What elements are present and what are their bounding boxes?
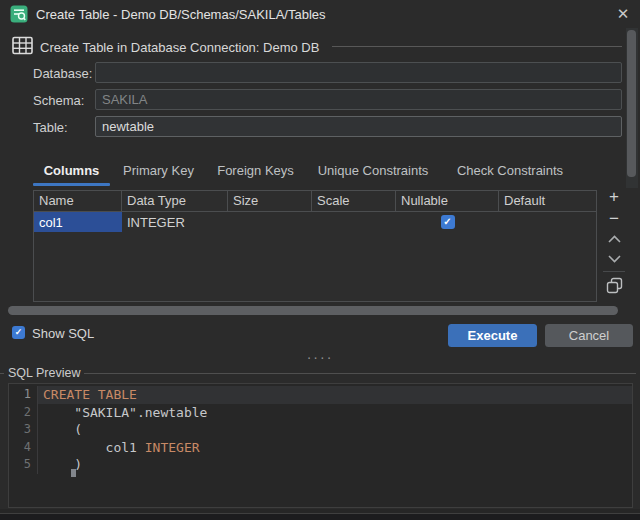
sql-text: )	[43, 457, 82, 472]
col-header-name[interactable]: Name	[34, 191, 122, 211]
line-number: 2	[9, 404, 38, 422]
col-header-size[interactable]: Size	[228, 191, 312, 211]
connection-group-label: Create Table in Database Connection: Dem…	[40, 40, 319, 55]
cell-data-type[interactable]: INTEGER	[122, 212, 228, 232]
move-up-button[interactable]	[604, 229, 624, 249]
copy-icon	[606, 277, 623, 294]
horizontal-scrollbar-thumb[interactable]	[8, 306, 618, 315]
cell-size[interactable]	[228, 212, 312, 232]
table-row[interactable]: col1 INTEGER ✓	[34, 212, 596, 232]
tab-bar: Columns Primary Key Foreign Keys Unique …	[33, 156, 578, 184]
dialog-bottom-edge	[0, 514, 640, 520]
sql-text: (	[43, 422, 82, 437]
sql-preview-label: SQL Preview	[8, 366, 80, 380]
tab-check-constraints[interactable]: Check Constraints	[442, 156, 578, 184]
columns-grid-header: Name Data Type Size Scale Nullable Defau…	[34, 191, 596, 212]
sql-editor[interactable]: 1 CREATE TABLE 2 "SAKILA".newtable 3 ( 4…	[8, 383, 633, 508]
database-label: Database:	[33, 66, 92, 81]
sql-keyword: CREATE TABLE	[43, 387, 137, 402]
col-header-nullable[interactable]: Nullable	[396, 191, 499, 211]
tab-unique-constraints[interactable]: Unique Constraints	[304, 156, 442, 184]
dialog-title: Create Table - Demo DB/Schemas/SAKILA/Ta…	[36, 7, 326, 22]
line-number: 3	[9, 421, 38, 439]
show-sql-checkbox[interactable]: ✓	[12, 326, 25, 339]
col-header-datatype[interactable]: Data Type	[122, 191, 228, 211]
sql-preview-divider-right	[84, 373, 636, 374]
line-number: 4	[9, 439, 38, 457]
tab-foreign-keys-label: Foreign Keys	[217, 163, 294, 178]
tab-columns-label: Columns	[44, 163, 100, 178]
sql-text: "SAKILA".newtable	[43, 405, 207, 420]
sql-line-2: 2 "SAKILA".newtable	[9, 404, 632, 422]
duplicate-column-button[interactable]	[604, 275, 624, 295]
dialog-script-icon	[10, 5, 28, 23]
tab-primary-key-label: Primary Key	[123, 163, 194, 178]
sql-keyword: INTEGER	[145, 440, 200, 455]
splitter-sash-handle[interactable]: ····	[0, 350, 640, 364]
remove-column-button[interactable]: −	[604, 208, 624, 228]
chevron-up-icon	[608, 235, 621, 243]
sql-line-5: 5 )	[9, 456, 632, 474]
tab-foreign-keys[interactable]: Foreign Keys	[207, 156, 304, 184]
columns-grid: Name Data Type Size Scale Nullable Defau…	[33, 190, 597, 302]
nullable-checkbox[interactable]: ✓	[441, 215, 455, 229]
text-caret	[71, 469, 76, 477]
sql-line-1: 1 CREATE TABLE	[9, 386, 632, 404]
sql-line-4: 4 col1 INTEGER	[9, 439, 632, 457]
cell-scale[interactable]	[312, 212, 396, 232]
tab-columns[interactable]: Columns	[33, 156, 110, 184]
active-tab-underline	[33, 183, 110, 186]
group-divider	[332, 46, 622, 47]
close-icon[interactable]: ✕	[613, 4, 633, 24]
show-sql-label: Show SQL	[32, 326, 94, 341]
database-field[interactable]	[95, 62, 622, 83]
cancel-button[interactable]: Cancel	[545, 324, 633, 347]
schema-field[interactable]	[95, 89, 622, 110]
execute-button[interactable]: Execute	[448, 324, 537, 347]
move-down-button[interactable]	[604, 249, 624, 269]
table-label: Table:	[33, 120, 68, 135]
vertical-scrollbar-thumb[interactable]	[627, 30, 636, 177]
line-number: 1	[9, 386, 38, 404]
add-column-button[interactable]: +	[604, 186, 624, 206]
table-grid-icon	[12, 36, 33, 55]
tab-primary-key[interactable]: Primary Key	[110, 156, 207, 184]
col-header-default[interactable]: Default	[499, 191, 596, 211]
schema-label: Schema:	[33, 93, 84, 108]
table-name-field[interactable]	[95, 116, 622, 137]
sql-text: col1	[43, 440, 145, 455]
col-header-scale[interactable]: Scale	[312, 191, 396, 211]
cell-nullable[interactable]: ✓	[396, 212, 499, 232]
sql-line-3: 3 (	[9, 421, 632, 439]
sql-preview-divider-left	[0, 373, 4, 374]
tab-unique-constraints-label: Unique Constraints	[318, 163, 429, 178]
line-number: 5	[9, 456, 38, 474]
chevron-down-icon	[608, 255, 621, 263]
tab-check-constraints-label: Check Constraints	[457, 163, 563, 178]
cell-default[interactable]	[499, 212, 596, 232]
cell-name[interactable]: col1	[34, 212, 122, 232]
toolbar-divider	[603, 271, 625, 272]
